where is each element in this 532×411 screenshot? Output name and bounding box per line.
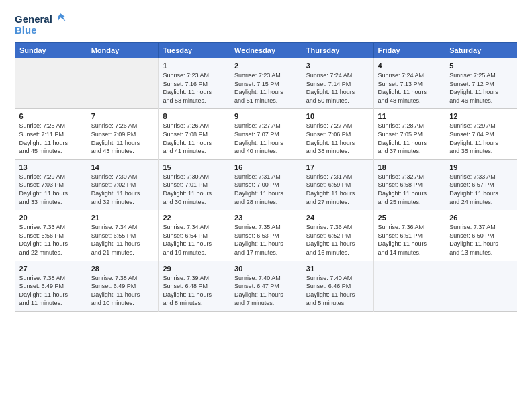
calendar-cell: 23Sunrise: 7:35 AM Sunset: 6:53 PM Dayli…: [230, 210, 302, 261]
day-info: Sunrise: 7:27 AM Sunset: 7:07 PM Dayligh…: [234, 122, 298, 155]
day-number: 13: [19, 163, 83, 171]
day-number: 22: [163, 214, 226, 222]
calendar-cell: 1Sunrise: 7:23 AM Sunset: 7:16 PM Daylig…: [159, 58, 230, 109]
calendar-cell: 18Sunrise: 7:32 AM Sunset: 6:58 PM Dayli…: [373, 159, 445, 210]
day-number: 19: [449, 163, 513, 171]
calendar-cell: 31Sunrise: 7:40 AM Sunset: 6:46 PM Dayli…: [302, 261, 373, 311]
day-info: Sunrise: 7:36 AM Sunset: 6:52 PM Dayligh…: [306, 223, 369, 257]
calendar-cell: 15Sunrise: 7:30 AM Sunset: 7:01 PM Dayli…: [159, 159, 230, 210]
calendar-cell: 9Sunrise: 7:27 AM Sunset: 7:07 PM Daylig…: [230, 109, 302, 159]
day-info: Sunrise: 7:30 AM Sunset: 7:01 PM Dayligh…: [163, 173, 226, 206]
day-header: Friday: [373, 43, 445, 58]
day-number: 10: [306, 112, 369, 120]
day-number: 15: [163, 163, 226, 171]
calendar-cell: 27Sunrise: 7:38 AM Sunset: 6:49 PM Dayli…: [15, 261, 87, 311]
calendar-cell: 7Sunrise: 7:26 AM Sunset: 7:09 PM Daylig…: [87, 109, 159, 159]
day-number: 7: [91, 112, 154, 120]
day-header: Thursday: [302, 43, 373, 58]
day-info: Sunrise: 7:29 AM Sunset: 7:03 PM Dayligh…: [19, 173, 83, 206]
day-info: Sunrise: 7:34 AM Sunset: 6:55 PM Dayligh…: [91, 223, 154, 257]
day-info: Sunrise: 7:28 AM Sunset: 7:05 PM Dayligh…: [378, 122, 441, 155]
day-info: Sunrise: 7:31 AM Sunset: 6:59 PM Dayligh…: [306, 173, 369, 206]
day-info: Sunrise: 7:26 AM Sunset: 7:08 PM Dayligh…: [163, 122, 226, 155]
day-info: Sunrise: 7:35 AM Sunset: 6:53 PM Dayligh…: [234, 223, 298, 257]
day-info: Sunrise: 7:32 AM Sunset: 6:58 PM Dayligh…: [378, 173, 441, 206]
day-header: Monday: [87, 43, 159, 58]
day-info: Sunrise: 7:29 AM Sunset: 7:04 PM Dayligh…: [449, 122, 513, 155]
calendar-cell: 24Sunrise: 7:36 AM Sunset: 6:52 PM Dayli…: [302, 210, 373, 261]
day-info: Sunrise: 7:39 AM Sunset: 6:48 PM Dayligh…: [163, 274, 226, 308]
calendar-cell: [373, 261, 445, 311]
calendar-cell: 14Sunrise: 7:30 AM Sunset: 7:02 PM Dayli…: [87, 159, 159, 210]
day-info: Sunrise: 7:26 AM Sunset: 7:09 PM Dayligh…: [91, 122, 154, 155]
day-info: Sunrise: 7:31 AM Sunset: 7:00 PM Dayligh…: [234, 173, 298, 206]
calendar-week-row: 20Sunrise: 7:33 AM Sunset: 6:56 PM Dayli…: [15, 210, 517, 261]
calendar-week-row: 13Sunrise: 7:29 AM Sunset: 7:03 PM Dayli…: [15, 159, 517, 210]
calendar-cell: 17Sunrise: 7:31 AM Sunset: 6:59 PM Dayli…: [302, 159, 373, 210]
day-info: Sunrise: 7:40 AM Sunset: 6:46 PM Dayligh…: [306, 274, 369, 308]
calendar-week-row: 27Sunrise: 7:38 AM Sunset: 6:49 PM Dayli…: [15, 261, 517, 311]
calendar-cell: 20Sunrise: 7:33 AM Sunset: 6:56 PM Dayli…: [15, 210, 87, 261]
calendar-cell: 16Sunrise: 7:31 AM Sunset: 7:00 PM Dayli…: [230, 159, 302, 210]
calendar-cell: 12Sunrise: 7:29 AM Sunset: 7:04 PM Dayli…: [445, 109, 517, 159]
header: General Blue: [15, 12, 517, 36]
calendar-cell: 10Sunrise: 7:27 AM Sunset: 7:06 PM Dayli…: [302, 109, 373, 159]
day-header: Wednesday: [230, 43, 302, 58]
calendar-cell: 22Sunrise: 7:34 AM Sunset: 6:54 PM Dayli…: [159, 210, 230, 261]
calendar-cell: [15, 58, 87, 109]
day-info: Sunrise: 7:30 AM Sunset: 7:02 PM Dayligh…: [91, 173, 154, 206]
logo-bird-icon: [54, 12, 67, 26]
day-number: 26: [449, 214, 513, 222]
calendar-cell: 13Sunrise: 7:29 AM Sunset: 7:03 PM Dayli…: [15, 159, 87, 210]
day-number: 18: [378, 163, 441, 171]
calendar-table: SundayMondayTuesdayWednesdayThursdayFrid…: [15, 42, 517, 312]
calendar-cell: 8Sunrise: 7:26 AM Sunset: 7:08 PM Daylig…: [159, 109, 230, 159]
calendar-cell: 5Sunrise: 7:25 AM Sunset: 7:12 PM Daylig…: [445, 58, 517, 109]
calendar-cell: 11Sunrise: 7:28 AM Sunset: 7:05 PM Dayli…: [373, 109, 445, 159]
day-number: 3: [306, 62, 369, 70]
day-info: Sunrise: 7:36 AM Sunset: 6:51 PM Dayligh…: [378, 223, 441, 257]
day-number: 6: [19, 112, 83, 120]
day-number: 20: [19, 214, 83, 222]
day-number: 17: [306, 163, 369, 171]
day-number: 8: [163, 112, 226, 120]
calendar-cell: 6Sunrise: 7:25 AM Sunset: 7:11 PM Daylig…: [15, 109, 87, 159]
day-header: Tuesday: [159, 43, 230, 58]
calendar-cell: [445, 261, 517, 311]
logo-blue: Blue: [15, 24, 37, 36]
day-number: 14: [91, 163, 154, 171]
calendar-week-row: 1Sunrise: 7:23 AM Sunset: 7:16 PM Daylig…: [15, 58, 517, 109]
calendar-cell: 26Sunrise: 7:37 AM Sunset: 6:50 PM Dayli…: [445, 210, 517, 261]
calendar-page: General Blue SundayMondayTuesdayWednesda…: [0, 0, 532, 411]
day-number: 28: [91, 265, 154, 273]
calendar-cell: [87, 58, 159, 109]
calendar-cell: 25Sunrise: 7:36 AM Sunset: 6:51 PM Dayli…: [373, 210, 445, 261]
calendar-header-row: SundayMondayTuesdayWednesdayThursdayFrid…: [15, 43, 517, 58]
day-number: 1: [163, 62, 226, 70]
day-info: Sunrise: 7:40 AM Sunset: 6:47 PM Dayligh…: [234, 274, 298, 308]
calendar-cell: 21Sunrise: 7:34 AM Sunset: 6:55 PM Dayli…: [87, 210, 159, 261]
calendar-cell: 3Sunrise: 7:24 AM Sunset: 7:14 PM Daylig…: [302, 58, 373, 109]
day-number: 9: [234, 112, 298, 120]
calendar-cell: 2Sunrise: 7:23 AM Sunset: 7:15 PM Daylig…: [230, 58, 302, 109]
day-info: Sunrise: 7:24 AM Sunset: 7:13 PM Dayligh…: [378, 71, 441, 105]
logo: General Blue: [15, 12, 67, 36]
calendar-cell: 29Sunrise: 7:39 AM Sunset: 6:48 PM Dayli…: [159, 261, 230, 311]
day-number: 5: [449, 62, 513, 70]
day-info: Sunrise: 7:38 AM Sunset: 6:49 PM Dayligh…: [91, 274, 154, 308]
day-info: Sunrise: 7:23 AM Sunset: 7:15 PM Dayligh…: [234, 71, 298, 105]
day-number: 4: [378, 62, 441, 70]
day-info: Sunrise: 7:33 AM Sunset: 6:57 PM Dayligh…: [449, 173, 513, 206]
day-number: 2: [234, 62, 298, 70]
day-info: Sunrise: 7:37 AM Sunset: 6:50 PM Dayligh…: [449, 223, 513, 257]
svg-marker-0: [58, 13, 66, 21]
day-info: Sunrise: 7:33 AM Sunset: 6:56 PM Dayligh…: [19, 223, 83, 257]
day-info: Sunrise: 7:34 AM Sunset: 6:54 PM Dayligh…: [163, 223, 226, 257]
calendar-cell: 4Sunrise: 7:24 AM Sunset: 7:13 PM Daylig…: [373, 58, 445, 109]
day-number: 24: [306, 214, 369, 222]
calendar-week-row: 6Sunrise: 7:25 AM Sunset: 7:11 PM Daylig…: [15, 109, 517, 159]
day-info: Sunrise: 7:23 AM Sunset: 7:16 PM Dayligh…: [163, 71, 226, 105]
day-info: Sunrise: 7:38 AM Sunset: 6:49 PM Dayligh…: [19, 274, 83, 308]
day-number: 11: [378, 112, 441, 120]
day-header: Saturday: [445, 43, 517, 58]
